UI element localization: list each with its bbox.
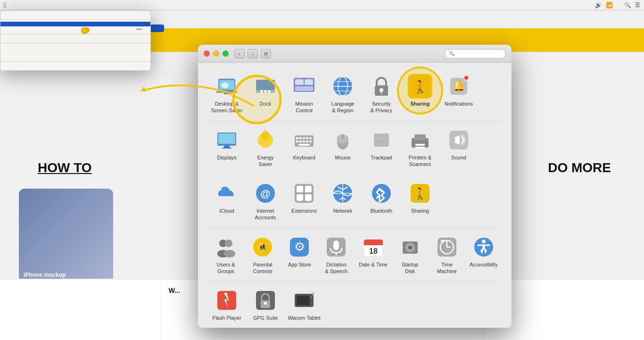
pref-notifications[interactable]: 🔔 Notifications <box>439 70 478 111</box>
minimize-button[interactable] <box>213 50 219 57</box>
dictation-speech-label: Dictation& Speech <box>325 261 348 275</box>
pref-accessibility[interactable]: Accessibility <box>465 231 502 272</box>
displays-label: Displays <box>217 154 237 161</box>
svg-rect-50 <box>374 133 389 147</box>
trackpad-icon <box>369 128 394 152</box>
pref-displays[interactable]: Displays <box>207 124 246 165</box>
row-system: Users &Groups 🚸 ParentalControls ⚙ <box>207 228 502 282</box>
svg-rect-15 <box>295 86 313 91</box>
printers-scanners-label: Printers &Scanners <box>409 154 431 168</box>
startup-disk-label: StartupDisk <box>402 261 418 275</box>
menubar:  🔊 📶 🔍 ☰ <box>0 0 644 10</box>
pref-time-machine[interactable]: TimeMachine <box>429 231 465 279</box>
apple-menu-icon[interactable]:  <box>4 1 6 9</box>
pref-icloud[interactable]: iCloud <box>207 177 246 218</box>
network-icon <box>330 181 355 206</box>
language-region-icon <box>330 74 355 99</box>
wifi-icon[interactable]: 📶 <box>606 2 613 8</box>
dock-icon <box>253 74 278 99</box>
pref-bluetooth[interactable]: Bluetooth <box>362 177 401 218</box>
pref-trackpad[interactable]: Trackpad <box>362 124 401 165</box>
time-machine-icon <box>435 235 459 259</box>
svg-point-94 <box>482 240 486 243</box>
pref-language-region[interactable]: Language& Region <box>323 70 362 118</box>
pref-sound[interactable]: Sound <box>439 124 478 165</box>
preferences-grid: Desktop &Screen Saver Dock <box>198 63 512 328</box>
notification-badge <box>463 75 469 81</box>
grid-view-button[interactable]: ⊞ <box>261 49 271 58</box>
svg-point-6 <box>221 83 229 88</box>
article-image-1: iPhone mockup <box>19 189 113 283</box>
pref-gpg-suite[interactable]: GPG Suite <box>246 284 285 325</box>
search-bar[interactable]: 🔍 <box>445 49 506 58</box>
titlebar: ‹ › ⊞ 🔍 <box>198 45 512 63</box>
menu-app-store[interactable] <box>0 26 150 32</box>
pref-keyboard[interactable]: Keyboard <box>285 124 323 165</box>
close-button[interactable] <box>204 50 210 57</box>
svg-point-9 <box>260 90 263 93</box>
pref-desktop-screensaver[interactable]: Desktop &Screen Saver <box>207 70 246 118</box>
pref-flash-player[interactable]: Flash Player <box>207 284 246 325</box>
menu-force-quit[interactable] <box>0 36 150 41</box>
flash-player-label: Flash Player <box>212 315 241 321</box>
pref-sharing-row3[interactable]: 🚶 Sharing <box>401 177 439 218</box>
menu-about-mac[interactable] <box>0 13 150 17</box>
mission-control-icon <box>292 74 316 99</box>
forward-button[interactable]: › <box>248 49 258 58</box>
app-store-label: App Store <box>288 261 311 268</box>
accessibility-label: Accessibility <box>470 261 498 268</box>
menu-shutdown[interactable] <box>0 55 150 59</box>
svg-rect-36 <box>296 137 298 139</box>
menu-icon[interactable]: ☰ <box>635 2 640 8</box>
svg-rect-80 <box>333 240 339 250</box>
svg-rect-54 <box>415 144 425 146</box>
internet-accounts-icon: @ <box>253 181 278 206</box>
search-icon[interactable]: 🔍 <box>624 2 631 8</box>
mouse-label: Mouse <box>335 154 350 161</box>
flash-player-icon <box>215 288 239 313</box>
pref-security-privacy[interactable]: Security& Privacy <box>362 70 401 118</box>
svg-rect-30 <box>224 146 230 148</box>
pref-internet-accounts[interactable]: @ InternetAccounts <box>246 177 285 225</box>
pref-printers-scanners[interactable]: Printers &Scanners <box>401 124 439 172</box>
svg-point-74 <box>224 250 235 257</box>
sharing-label-row1: Sharing <box>411 100 430 107</box>
svg-point-11 <box>268 90 271 93</box>
network-label: Network <box>333 207 352 214</box>
pref-startup-disk[interactable]: StartupDisk <box>392 231 429 279</box>
svg-point-88 <box>408 246 412 249</box>
svg-rect-55 <box>415 147 425 149</box>
sharing-row3-label: Sharing <box>411 207 429 214</box>
menu-sleep[interactable] <box>0 45 150 50</box>
users-groups-icon <box>214 235 238 259</box>
pref-app-store[interactable]: ⚙ App Store <box>281 231 318 272</box>
back-button[interactable]: ‹ <box>234 49 245 58</box>
mouse-icon <box>330 128 355 152</box>
pref-sharing-row1[interactable]: 🚶 Sharing <box>401 70 439 111</box>
pref-mouse[interactable]: Mouse <box>323 124 362 165</box>
startup-disk-icon <box>398 235 422 259</box>
time-machine-label: TimeMachine <box>437 261 457 275</box>
svg-text:⚙: ⚙ <box>294 240 305 254</box>
pref-dock[interactable]: Dock <box>246 70 285 111</box>
language-region-label: Language& Region <box>331 100 355 114</box>
pref-users-groups[interactable]: Users &Groups <box>207 231 244 279</box>
pref-extensions[interactable]: Extensions <box>285 177 323 218</box>
maximize-button[interactable] <box>223 50 229 57</box>
row-hardware: Displays EnergySaver <box>207 121 502 175</box>
pref-energy-saver[interactable]: EnergySaver <box>246 124 285 172</box>
pref-dictation-speech[interactable]: Dictation& Speech <box>318 231 355 279</box>
pref-parental-controls[interactable]: 🚸 ParentalControls <box>244 231 281 279</box>
pref-wacom-tablet[interactable]: Wacom Tablet <box>285 284 323 325</box>
sharing-icon: 🚶 <box>408 74 432 99</box>
volume-icon[interactable]: 🔊 <box>595 2 602 8</box>
svg-point-22 <box>380 88 383 92</box>
menu-system-preferences[interactable] <box>0 22 150 26</box>
pref-network[interactable]: Network <box>323 177 362 218</box>
pref-mission-control[interactable]: MissionControl <box>285 70 323 118</box>
menu-restart[interactable] <box>0 50 150 55</box>
domore-heading: DO MORE <box>548 160 611 175</box>
pref-date-time[interactable]: 18 Date & Time <box>355 231 392 272</box>
menu-logout[interactable] <box>0 64 150 68</box>
svg-rect-46 <box>298 144 310 146</box>
